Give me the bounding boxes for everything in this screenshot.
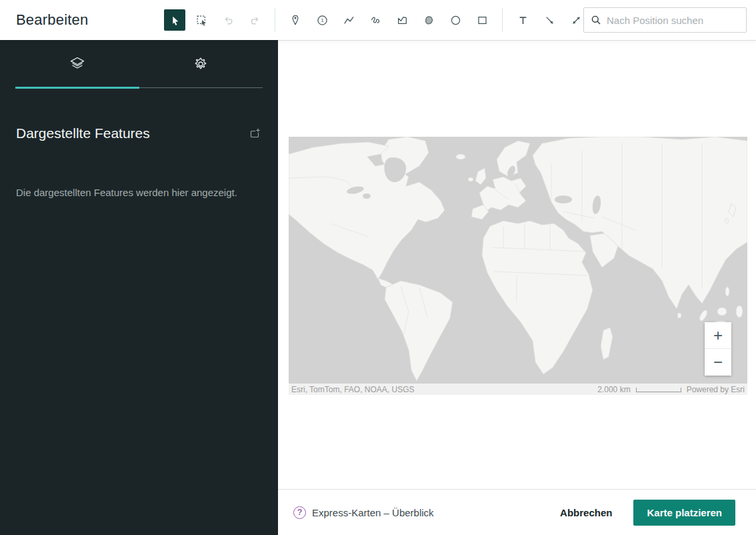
zoom-controls: + −	[705, 322, 731, 376]
help-icon: ?	[293, 506, 306, 519]
map-workspace: Esri, TomTom, FAO, NOAA, USGS 2.000 km P…	[278, 40, 756, 535]
left-panel: Dargestellte Features Die dargestellten …	[0, 40, 278, 535]
position-search	[583, 7, 747, 33]
tab-layers[interactable]	[15, 40, 139, 87]
toolbar-divider	[502, 8, 503, 32]
edit-toolbar: 1	[164, 0, 592, 40]
scale-bar	[636, 388, 681, 392]
panel-title: Dargestellte Features	[16, 125, 150, 141]
numbered-marker-icon: 1	[317, 15, 328, 26]
cancel-button[interactable]: Abbrechen	[560, 507, 612, 518]
polygon-icon	[397, 15, 408, 26]
layers-icon	[69, 55, 86, 73]
undo-icon	[223, 15, 234, 26]
freehand-line-tool-button[interactable]	[365, 9, 386, 31]
marquee-select-tool-button[interactable]	[191, 9, 212, 31]
arrow-tool-button[interactable]	[539, 9, 560, 31]
numbered-point-tool-button[interactable]: 1	[311, 9, 333, 31]
polyline-tool-button[interactable]	[338, 9, 359, 31]
point-tool-button[interactable]	[285, 9, 306, 31]
powered-by-label: Powered by Esri	[687, 385, 745, 394]
freehand-polygon-icon	[423, 15, 435, 26]
numbered-marker-digit: 1	[321, 17, 324, 23]
text-icon	[517, 15, 529, 26]
search-icon	[591, 15, 601, 25]
arrow-icon	[544, 15, 555, 26]
gear-icon	[192, 55, 209, 73]
action-bar: ? Express-Karten – Überblick Abbrechen K…	[278, 489, 756, 535]
help-link[interactable]: ? Express-Karten – Überblick	[293, 506, 434, 519]
cursor-icon	[169, 15, 181, 26]
select-tool-button[interactable]	[164, 9, 185, 31]
rectangle-icon	[477, 15, 488, 26]
freehand-polygon-tool-button[interactable]	[418, 9, 439, 31]
place-map-button[interactable]: Karte platzieren	[633, 500, 735, 526]
circle-tool-button[interactable]	[445, 9, 466, 31]
panel-header: Dargestellte Features	[16, 125, 262, 141]
scale-label: 2.000 km	[597, 385, 630, 394]
add-feature-button[interactable]	[247, 126, 262, 141]
map-pin-icon	[290, 15, 301, 25]
zoom-in-button[interactable]: +	[705, 322, 731, 349]
freehand-line-icon	[370, 15, 381, 26]
rectangle-tool-button[interactable]	[471, 9, 493, 31]
top-header: Bearbeiten	[0, 0, 756, 40]
circle-icon	[450, 15, 461, 26]
marquee-select-icon	[196, 15, 207, 26]
tab-settings[interactable]	[139, 40, 263, 87]
undo-button[interactable]	[217, 9, 239, 31]
polyline-icon	[343, 15, 355, 26]
attribution-sources: Esri, TomTom, FAO, NOAA, USGS	[291, 385, 414, 394]
add-feature-icon	[249, 127, 261, 139]
double-arrow-icon	[571, 15, 582, 26]
page-title: Bearbeiten	[16, 11, 88, 29]
zoom-out-button[interactable]: −	[705, 349, 731, 376]
help-label: Express-Karten – Überblick	[312, 507, 434, 518]
redo-button[interactable]	[244, 9, 265, 31]
polygon-tool-button[interactable]	[391, 9, 413, 31]
map-attribution-bar: Esri, TomTom, FAO, NOAA, USGS 2.000 km P…	[289, 384, 747, 395]
redo-icon	[249, 15, 261, 26]
toolbar-divider	[275, 8, 275, 32]
search-input[interactable]	[607, 15, 739, 26]
world-basemap	[289, 137, 747, 395]
map-canvas[interactable]: Esri, TomTom, FAO, NOAA, USGS 2.000 km P…	[289, 137, 747, 395]
text-tool-button[interactable]	[512, 9, 533, 31]
panel-description: Die dargestellten Features werden hier a…	[16, 185, 262, 200]
panel-tabbar	[15, 40, 263, 88]
